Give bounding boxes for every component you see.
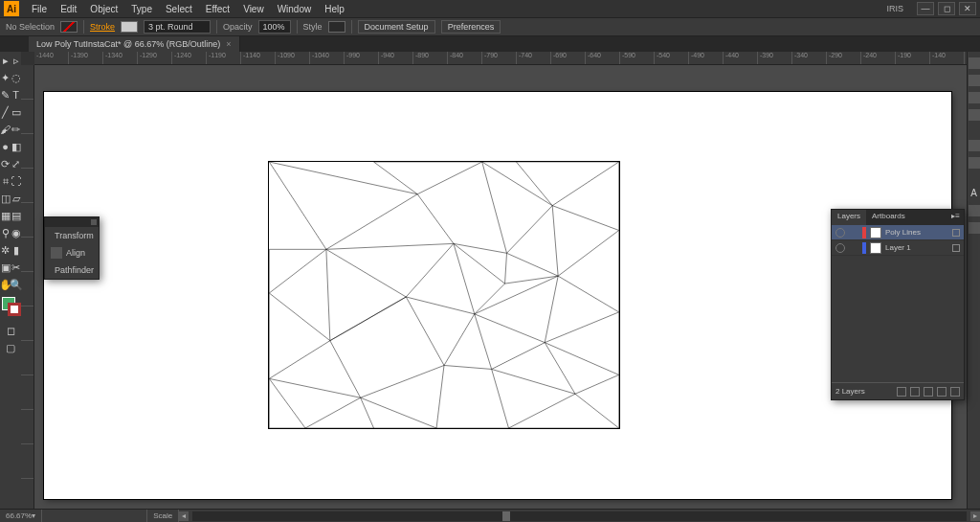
control-bar: No Selection Stroke 3 pt. Round Opacity … (0, 17, 980, 36)
menu-type[interactable]: Type (124, 2, 159, 16)
layer-row[interactable]: Poly Lines (832, 225, 964, 240)
panel-tab-transform[interactable]: Transform (45, 227, 99, 244)
menu-window[interactable]: Window (271, 2, 319, 16)
document-setup-button[interactable]: Document Setup (358, 20, 435, 34)
symbol-sprayer-tool[interactable]: ✲ (0, 241, 11, 259)
canvas-area[interactable] (34, 65, 967, 509)
eyedropper-tool[interactable]: ⚲ (0, 224, 11, 241)
layers-tab[interactable]: Layers (832, 210, 866, 225)
stroke-label[interactable]: Stroke (90, 22, 115, 32)
screen-mode[interactable]: ▢ (0, 339, 21, 356)
target-icon[interactable] (952, 244, 960, 252)
dock-gradient-icon[interactable] (969, 109, 980, 121)
preferences-button[interactable]: Preferences (441, 20, 501, 34)
graph-tool[interactable]: ▮ (11, 241, 21, 259)
make-clip-icon[interactable] (910, 387, 920, 397)
dock-color-icon[interactable] (969, 57, 980, 69)
dock-paragraph-icon[interactable] (969, 205, 980, 216)
close-button[interactable]: ✕ (959, 2, 976, 15)
target-icon[interactable] (952, 229, 960, 237)
stroke-weight-field[interactable]: 3 pt. Round (144, 20, 211, 34)
zoom-tool[interactable]: 🔍 (11, 276, 21, 293)
panel-header[interactable] (45, 217, 99, 227)
svg-line-27 (558, 230, 619, 276)
line-tool[interactable]: ╱ (0, 103, 11, 121)
lasso-tool[interactable]: ◌ (11, 69, 21, 86)
dock-type-icon[interactable]: A (969, 188, 980, 199)
perspective-tool[interactable]: ▱ (11, 190, 21, 207)
artboard-inner[interactable] (268, 161, 620, 429)
delete-layer-icon[interactable] (950, 387, 960, 397)
blob-brush-tool[interactable]: ● (0, 138, 11, 155)
menu-view[interactable]: View (236, 2, 271, 16)
gradient-tool[interactable]: ▤ (11, 207, 21, 224)
type-tool[interactable]: T (11, 86, 21, 103)
menu-edit[interactable]: Edit (54, 2, 83, 16)
panel-menu-icon[interactable]: ▸≡ (947, 210, 964, 225)
fill-swatch[interactable] (60, 21, 78, 33)
eraser-tool[interactable]: ◧ (11, 138, 21, 155)
menu-help[interactable]: Help (318, 2, 351, 16)
svg-line-0 (269, 162, 326, 249)
zoom-field[interactable]: 66.67% ▾ (0, 510, 42, 522)
visibility-icon[interactable] (835, 228, 845, 238)
minimize-button[interactable]: — (917, 2, 934, 15)
dock-swatch-icon[interactable] (969, 75, 980, 86)
stroke-swatch[interactable] (121, 21, 138, 33)
horizontal-scrollbar[interactable] (192, 511, 967, 521)
free-transform-tool[interactable]: ⛶ (11, 172, 21, 190)
paintbrush-tool[interactable]: 🖌 (0, 121, 11, 138)
new-layer-icon[interactable] (937, 387, 947, 397)
maximize-button[interactable]: ◻ (938, 2, 955, 15)
menu-file[interactable]: File (25, 2, 54, 16)
svg-line-37 (545, 343, 618, 375)
layers-panel-tabs: Layers Artboards ▸≡ (832, 210, 964, 225)
horizontal-ruler[interactable]: -1440-1390-1340-1290-1240-1190-1140-1090… (34, 52, 967, 65)
artboard-tool[interactable]: ▣ (0, 259, 11, 276)
pen-tool[interactable]: ✎ (0, 86, 11, 103)
scroll-left-icon[interactable]: ◂ (179, 511, 189, 521)
svg-line-13 (326, 249, 406, 297)
dock-appearance-icon[interactable] (969, 222, 980, 234)
selection-tool[interactable]: ▸ (0, 52, 11, 69)
layer-row[interactable]: Layer 1 (832, 240, 964, 256)
svg-line-35 (545, 276, 558, 343)
svg-line-36 (545, 312, 618, 343)
blend-tool[interactable]: ◉ (11, 224, 21, 241)
mesh-tool[interactable]: ▦ (0, 207, 11, 224)
scale-tool[interactable]: ⤢ (11, 155, 21, 172)
document-tab[interactable]: Low Poly TutInstaCat* @ 66.67% (RGB/Outl… (29, 36, 240, 52)
visibility-icon[interactable] (835, 243, 845, 253)
rotate-tool[interactable]: ⟳ (0, 155, 11, 172)
new-sublayer-icon[interactable] (924, 387, 933, 397)
slice-tool[interactable]: ✂ (11, 259, 21, 276)
menu-effect[interactable]: Effect (199, 2, 236, 16)
menu-object[interactable]: Object (83, 2, 124, 16)
close-tab-icon[interactable]: × (226, 39, 231, 49)
vertical-ruler[interactable] (21, 65, 34, 509)
dock-stroke-icon[interactable] (969, 92, 980, 103)
scroll-right-icon[interactable]: ▸ (970, 511, 980, 521)
panel-tab-pathfinder[interactable]: Pathfinder (45, 261, 99, 279)
layers-panel[interactable]: Layers Artboards ▸≡ Poly LinesLayer 1 2 … (831, 209, 965, 400)
dock-symbol-icon[interactable] (969, 157, 980, 169)
menu-select[interactable]: Select (159, 2, 199, 16)
pencil-tool[interactable]: ✏ (11, 121, 21, 138)
width-tool[interactable]: ⌗ (0, 172, 11, 190)
direct-selection-tool[interactable]: ▹ (11, 52, 21, 69)
dock-brush-icon[interactable] (969, 140, 980, 151)
magic-wand-tool[interactable]: ✦ (0, 69, 11, 86)
stroke-color-icon[interactable] (8, 303, 21, 316)
panel-tab-align[interactable]: Align (45, 244, 99, 261)
fill-stroke-control[interactable] (0, 293, 21, 322)
opacity-field[interactable]: 100% (258, 20, 291, 34)
style-swatch[interactable] (328, 21, 345, 33)
shape-builder-tool[interactable]: ◫ (0, 190, 11, 207)
draw-mode-normal[interactable]: ◻ (0, 322, 21, 339)
user-label: IRIS (886, 4, 903, 13)
svg-line-58 (436, 365, 444, 428)
locate-layer-icon[interactable] (897, 387, 906, 397)
artboards-tab[interactable]: Artboards (866, 210, 911, 225)
transform-panel[interactable]: TransformAlignPathfinder (44, 216, 100, 280)
rectangle-tool[interactable]: ▭ (11, 103, 21, 121)
